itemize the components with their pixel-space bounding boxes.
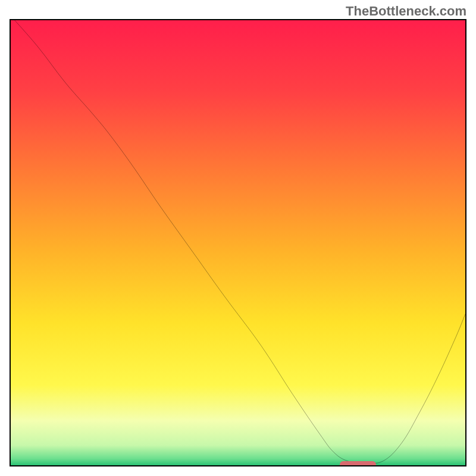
bottleneck-curve (11, 20, 465, 465)
plot-area (10, 19, 466, 466)
watermark-text: TheBottleneck.com (346, 4, 466, 19)
chart-container: TheBottleneck.com (0, 0, 476, 476)
minimum-marker (340, 461, 376, 466)
